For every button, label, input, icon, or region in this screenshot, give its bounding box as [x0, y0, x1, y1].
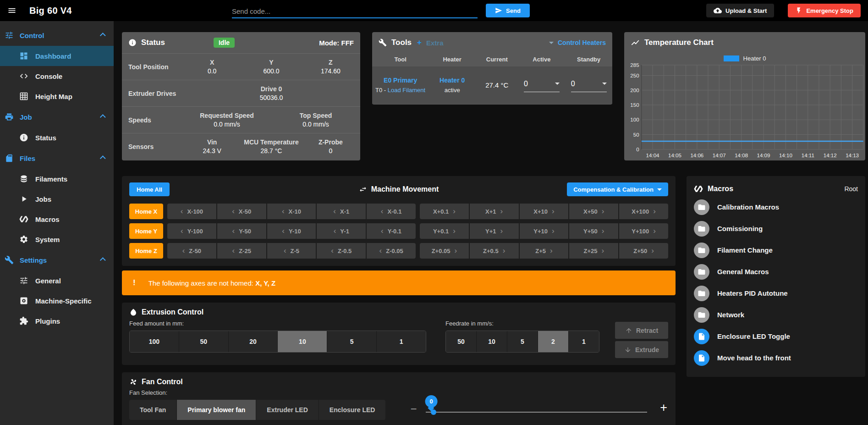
jog-button-y-50[interactable]: ‹Y-50: [217, 223, 266, 239]
macro-item-network[interactable]: Network: [694, 304, 858, 326]
sidebar-item-machine-specific[interactable]: Machine-Specific: [0, 291, 114, 311]
sidebar-item-macros[interactable]: Macros: [0, 209, 114, 229]
feedrate-50[interactable]: 50: [446, 331, 477, 352]
fan-tab-enclosure-led[interactable]: Enclosure LED: [319, 400, 386, 420]
fan-tab-primary-blower-fan[interactable]: Primary blower fan: [177, 400, 256, 420]
jog-button-y-100[interactable]: ‹Y-100: [167, 223, 216, 239]
macros-breadcrumb[interactable]: Root: [844, 185, 858, 193]
jog-button-x-1[interactable]: ‹X-1: [317, 204, 366, 219]
jog-button-y-1[interactable]: ‹Y-1: [317, 223, 366, 239]
sidebar-item-console[interactable]: Console: [0, 66, 114, 86]
jog-button-x-100[interactable]: ‹X-100: [167, 204, 216, 219]
standby-temp-select[interactable]: 0: [571, 78, 607, 92]
jog-button-y-100[interactable]: Y+100›: [619, 223, 668, 239]
button-home-y[interactable]: Home Y: [129, 223, 163, 239]
feedrate-5[interactable]: 5: [507, 331, 538, 352]
button-home-x[interactable]: Home X: [129, 204, 163, 219]
feed-amount-100[interactable]: 100: [130, 331, 179, 352]
slider-thumb[interactable]: [431, 409, 436, 415]
macro-item-heaters-pid-autotune[interactable]: Heaters PID Autotune: [694, 282, 858, 304]
feed-amount-50[interactable]: 50: [179, 331, 229, 352]
plus-icon[interactable]: +: [660, 401, 667, 415]
feed-amount-10[interactable]: 10: [278, 331, 327, 352]
jog-button-z-5[interactable]: ‹Z-5: [267, 243, 316, 259]
jog-button-z-25[interactable]: Z+25›: [569, 243, 618, 259]
feedrate-10[interactable]: 10: [477, 331, 507, 352]
jog-button-z-5[interactable]: Z+5›: [520, 243, 569, 259]
add-tool-button[interactable]: +: [417, 38, 422, 47]
extrude-button[interactable]: Extrude: [615, 341, 668, 358]
bolt-icon: [795, 7, 802, 14]
send-button[interactable]: Send: [486, 4, 530, 17]
sidebar-item-general[interactable]: General: [0, 270, 114, 291]
jog-button-y-10[interactable]: ‹Y-10: [267, 223, 316, 239]
jog-button-x-1[interactable]: X+1›: [470, 204, 519, 219]
menu-icon[interactable]: [7, 5, 19, 17]
jog-button-y-0-1[interactable]: ‹Y-0.1: [367, 223, 416, 239]
send-icon: [495, 7, 502, 14]
sidebar-item-jobs[interactable]: Jobs: [0, 189, 114, 209]
jog-button-z-50[interactable]: ‹Z-50: [167, 243, 216, 259]
jog-button-z-0-5[interactable]: ‹Z-0.5: [317, 243, 366, 259]
send-code-input[interactable]: [232, 7, 478, 15]
feed-amount-5[interactable]: 5: [327, 331, 377, 352]
jog-button-z-25[interactable]: ‹Z-25: [217, 243, 266, 259]
jog-button-x-50[interactable]: ‹X-50: [217, 204, 266, 219]
home-all-button[interactable]: Home All: [129, 182, 170, 196]
compensation-calibration-button[interactable]: Compensation & Calibration: [567, 182, 668, 196]
macro-item-calibration-macros[interactable]: Calibration Macros: [694, 196, 858, 218]
jog-button-x-0-1[interactable]: X+0.1›: [420, 204, 469, 219]
button-home-z[interactable]: Home Z: [129, 243, 163, 259]
sidebar-item-system[interactable]: System: [0, 229, 114, 249]
load-filament-link[interactable]: Load Filament: [388, 87, 425, 94]
heater-link[interactable]: Heater 0: [429, 76, 476, 85]
macro-item-enclosure-led-toggle[interactable]: Enclosure LED Toggle: [694, 326, 858, 347]
jog-button-z-0-5[interactable]: Z+0.5›: [470, 243, 519, 259]
jog-button-x-10[interactable]: X+10›: [520, 204, 569, 219]
sidebar-section-job[interactable]: Job: [0, 106, 114, 127]
macro-item-general-macros[interactable]: General Macros: [694, 261, 858, 282]
macro-item-move-head-to-the-front[interactable]: Move head to the front: [694, 347, 858, 369]
emergency-stop-button[interactable]: Emergency Stop: [788, 4, 861, 17]
jog-button-z-50[interactable]: Z+50›: [619, 243, 668, 259]
active-temp-select[interactable]: 0: [524, 78, 560, 92]
jog-button-z-0-05[interactable]: Z+0.05›: [420, 243, 469, 259]
macro-item-comissioning[interactable]: Comissioning: [694, 218, 858, 239]
extra-link[interactable]: Extra: [426, 39, 444, 47]
tool-name-link[interactable]: E0 Primary: [372, 76, 429, 85]
chevron-right-icon: ›: [500, 207, 503, 216]
folder-icon: [694, 307, 709, 323]
fan-tab-extruder-led[interactable]: Extruder LED: [256, 400, 319, 420]
feed-amount-1[interactable]: 1: [377, 331, 426, 352]
sidebar-item-plugins[interactable]: Plugins: [0, 311, 114, 331]
sidebar-section-control[interactable]: Control: [0, 25, 114, 46]
jog-button-y-1[interactable]: Y+1›: [470, 223, 519, 239]
sidebar-item-status[interactable]: Status: [0, 127, 114, 148]
sidebar-section-settings[interactable]: Settings: [0, 249, 114, 270]
jog-button-x-100[interactable]: X+100›: [619, 204, 668, 219]
control-heaters-link[interactable]: Control Heaters: [549, 39, 606, 46]
tools-column-standby: Standby: [565, 53, 612, 66]
jog-button-y-0-1[interactable]: Y+0.1›: [420, 223, 469, 239]
jog-button-x-0-1[interactable]: ‹X-0.1: [367, 204, 416, 219]
jog-button-z-0-05[interactable]: ‹Z-0.05: [367, 243, 416, 259]
feedrate-2[interactable]: 2: [538, 331, 569, 352]
sidebar-item-height-map[interactable]: Height Map: [0, 86, 114, 106]
upload-start-button[interactable]: Upload & Start: [706, 4, 774, 17]
jog-button-y-10[interactable]: Y+10›: [520, 223, 569, 239]
sidebar-section-files[interactable]: Files: [0, 148, 114, 169]
feedrate-group: 5010521: [445, 331, 599, 353]
plugin-icon: [19, 316, 28, 326]
jog-button-x-10[interactable]: ‹X-10: [267, 204, 316, 219]
feedrate-1[interactable]: 1: [569, 331, 599, 352]
jog-button-x-50[interactable]: X+50›: [569, 204, 618, 219]
macro-item-filament-change[interactable]: Filament Change: [694, 239, 858, 261]
fan-tab-tool-fan[interactable]: Tool Fan: [129, 400, 177, 420]
sidebar-item-filaments[interactable]: Filaments: [0, 169, 114, 189]
slider-track[interactable]: 0: [426, 412, 647, 413]
sidebar-item-dashboard[interactable]: Dashboard: [0, 46, 114, 66]
retract-button[interactable]: Retract: [615, 322, 668, 339]
feed-amount-20[interactable]: 20: [229, 331, 278, 352]
jog-button-y-50[interactable]: Y+50›: [569, 223, 618, 239]
minus-icon[interactable]: −: [410, 403, 417, 415]
